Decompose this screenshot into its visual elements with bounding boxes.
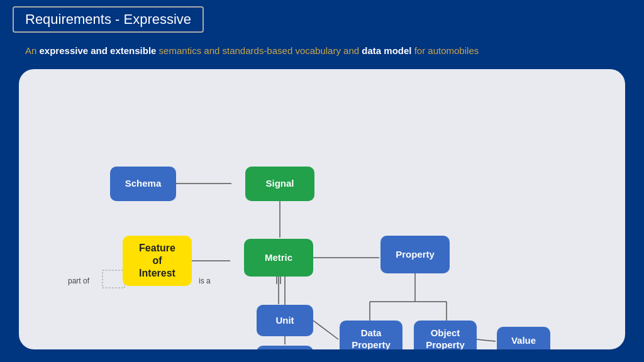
title-box: Requirements - Expressive: [13, 6, 204, 33]
connectors-svg: [19, 69, 625, 349]
diagram-area: Schema Signal FeatureofInterest Metric P…: [19, 69, 625, 349]
svg-rect-7: [103, 270, 125, 288]
node-property: Property: [380, 236, 450, 273]
node-schema: Schema: [110, 167, 176, 201]
node-value: Value: [497, 327, 550, 349]
svg-line-16: [313, 321, 338, 339]
svg-line-18: [477, 339, 496, 341]
title-text: Requirements - Expressive: [25, 11, 191, 27]
label-isa: is a: [199, 277, 211, 285]
node-foi: FeatureofInterest: [123, 236, 192, 286]
node-objectproperty: ObjectProperty: [414, 321, 477, 349]
node-unit: Unit: [257, 305, 313, 336]
subtitle: An expressive and extensible semantics a…: [25, 45, 619, 56]
node-dataproperty: DataProperty: [340, 321, 402, 349]
node-signal: Signal: [245, 167, 314, 201]
node-metric: Metric: [244, 239, 313, 277]
label-partof: part of: [68, 277, 89, 285]
node-datatype: DataType: [257, 346, 313, 349]
